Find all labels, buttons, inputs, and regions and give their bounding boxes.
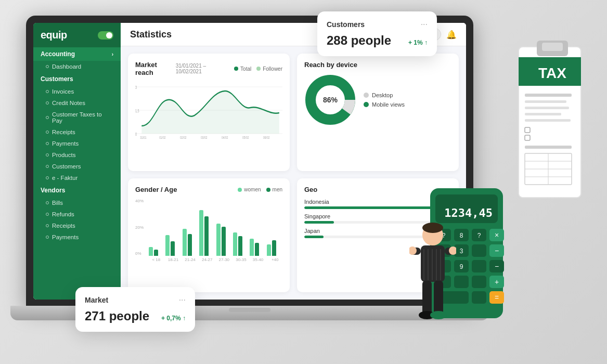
customers-group-label: Customers — [33, 72, 121, 86]
notification-icon[interactable]: 🔔 — [446, 30, 457, 40]
bar-men-2427 — [204, 216, 209, 256]
svg-rect-56 — [525, 113, 561, 115]
svg-point-67 — [422, 223, 443, 233]
sidebar-item-efaktur[interactable]: e - Faktur — [33, 172, 121, 184]
bar-men-3035 — [238, 236, 242, 256]
sidebar-item-customer-taxes[interactable]: Customer Taxes to Pay — [33, 109, 121, 126]
market-reach-card: Market reach 31/01/2021 – 10/02/2021 Tot… — [128, 54, 290, 171]
bar-x-labels: < 18 18-21 21-24 24-27 27-30 30-35 35-40… — [135, 257, 282, 262]
sidebar-item-bills[interactable]: Bills — [33, 197, 121, 209]
legend-total: Total — [234, 66, 251, 72]
sidebar-item-receipts[interactable]: Receipts — [33, 126, 121, 138]
payments-label: Payments — [52, 140, 79, 147]
sidebar-item-dashboard[interactable]: Dashboard — [33, 61, 121, 72]
bar-women-2730 — [216, 224, 221, 256]
svg-text:?: ? — [477, 232, 481, 239]
dot-icon — [46, 101, 49, 105]
bar-men-3540 — [255, 243, 259, 256]
bar-women-3540 — [250, 239, 254, 256]
invoices-label: Invoices — [52, 88, 74, 95]
bar-chart-area: 40% 20% 0% — [135, 199, 282, 256]
accounting-section-header[interactable]: Accounting › — [33, 47, 121, 61]
customers-card-menu[interactable]: ··· — [421, 20, 428, 29]
svg-text:3: 3 — [460, 248, 463, 255]
reach-by-device-card: Reach by device 86% — [297, 54, 459, 171]
vendor-receipts-label: Receipts — [52, 223, 75, 229]
svg-text:01/02: 01/02 — [159, 135, 166, 139]
customers-card-row: 288 people + 1% ↑ — [327, 33, 428, 48]
person-svg — [409, 220, 456, 340]
reach-by-device-title: Reach by device — [304, 61, 357, 69]
market-float-card: Market ··· 271 people + 0,7% ↑ — [75, 287, 195, 332]
svg-rect-54 — [525, 100, 566, 103]
dot-icon — [46, 165, 49, 168]
gender-age-card: Gender / Age women men — [128, 178, 290, 292]
market-card-change: + 0,7% ↑ — [161, 315, 186, 322]
sidebar-item-vendor-payments[interactable]: Payments — [33, 231, 121, 243]
geo-bar-fill-singapore — [304, 221, 334, 224]
bar-men-2730 — [222, 227, 226, 256]
gender-age-title: Gender / Age — [135, 186, 177, 193]
page-title: Statistics — [130, 29, 172, 40]
svg-text:8: 8 — [460, 232, 463, 239]
refunds-label: Refunds — [52, 211, 74, 217]
sidebar-item-payments[interactable]: Payments — [33, 138, 121, 149]
svg-rect-40 — [454, 276, 469, 288]
svg-text:+: + — [495, 278, 499, 286]
dot-icon — [46, 176, 49, 179]
sidebar-item-invoices[interactable]: Invoices — [33, 86, 121, 97]
sidebar-item-credit-notes[interactable]: Credit Notes — [33, 97, 121, 109]
reach-legend-mobile: Mobile views — [364, 101, 405, 108]
bar-group-1821 — [165, 235, 180, 256]
dot-icon — [46, 201, 49, 204]
sidebar-item-refunds[interactable]: Refunds — [33, 209, 121, 220]
sidebar-toggle[interactable] — [98, 31, 113, 40]
tax-doc-svg: TAX — [513, 31, 591, 213]
dot-icon — [46, 142, 49, 145]
market-reach-legend: Total Follower — [234, 66, 282, 72]
market-reach-title: Market reach — [135, 61, 176, 76]
bills-label: Bills — [52, 200, 63, 206]
svg-rect-50 — [542, 43, 563, 51]
sidebar-item-customers2[interactable]: Customers — [33, 161, 121, 172]
svg-text:1234,45: 1234,45 — [444, 206, 493, 219]
dot-icon — [46, 131, 49, 134]
geo-bar-fill-japan — [304, 236, 324, 238]
sidebar-item-vendor-receipts[interactable]: Receipts — [33, 220, 121, 231]
market-reach-date: 31/01/2021 – 10/02/2021 — [176, 63, 230, 74]
customers-arrow-icon: ↑ — [424, 39, 428, 46]
legend-dot-total — [234, 67, 238, 71]
bar-group-lt18 — [149, 247, 163, 256]
laptop-screen: equip Accounting › Dashboard Customers — [33, 23, 466, 300]
svg-rect-29 — [472, 244, 486, 257]
legend-men: men — [266, 187, 282, 192]
svg-text:=: = — [495, 293, 499, 302]
legend-follower: Follower — [256, 66, 282, 72]
bar-women-2427 — [199, 210, 203, 256]
dot-icon — [46, 236, 49, 239]
market-reach-svg: 3 1,5 0 31/01 01/02 — [135, 82, 282, 139]
mobile-dot — [364, 102, 369, 107]
legend-women: women — [238, 187, 261, 192]
dot-icon — [46, 90, 49, 93]
person-illustration — [409, 220, 456, 340]
y-axis-labels: 40% 20% 0% — [135, 199, 144, 256]
bar-group-40plus — [267, 240, 281, 256]
svg-text:TAX: TAX — [538, 65, 566, 81]
dot-icon — [46, 65, 49, 68]
customers2-label: Customers — [52, 163, 81, 170]
sidebar-item-products[interactable]: Products — [33, 149, 121, 161]
svg-point-81 — [430, 311, 447, 319]
dashboard-label: Dashboard — [52, 63, 81, 70]
svg-rect-60 — [525, 146, 572, 149]
market-reach-header: Market reach 31/01/2021 – 10/02/2021 Tot… — [135, 61, 282, 76]
svg-text:×: × — [495, 231, 499, 239]
scene: equip Accounting › Dashboard Customers — [0, 0, 607, 364]
market-card-menu[interactable]: ··· — [179, 295, 186, 305]
customers-float-card: Customers ··· 288 people + 1% ↑ — [317, 11, 437, 56]
svg-rect-57 — [525, 119, 571, 122]
credit-notes-label: Credit Notes — [52, 100, 85, 106]
dot-icon — [46, 116, 49, 119]
svg-text:31/01: 31/01 — [140, 135, 147, 139]
svg-text:3: 3 — [135, 85, 137, 90]
